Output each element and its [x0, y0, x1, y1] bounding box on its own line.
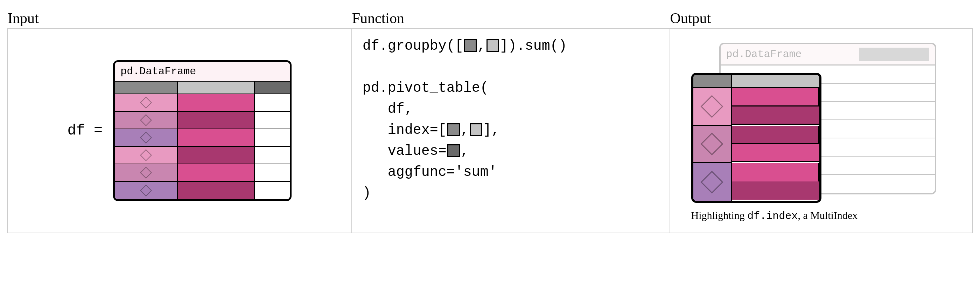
- index-level1-cell: [732, 88, 819, 107]
- caption-code: df.index: [747, 210, 798, 222]
- column-ref-icon-a: [447, 123, 460, 136]
- code-text: values=: [363, 143, 447, 159]
- index-header-a: [694, 75, 732, 88]
- table-row: [694, 126, 819, 163]
- df-assign-label: df =: [67, 122, 103, 139]
- diagram-container: Input df = pd.DataFrame: [7, 28, 973, 233]
- code-text: df,: [363, 101, 413, 117]
- diamond-icon: [140, 167, 152, 179]
- code-text: ],: [483, 122, 500, 138]
- function-code: df.groupby([,]).sum() pd.pivot_table( df…: [363, 36, 659, 204]
- col-header-b: [178, 81, 255, 94]
- index-level0-cell: [694, 88, 732, 126]
- output-df-type-label: pd.DataFrame: [721, 44, 935, 65]
- cell-index: [115, 129, 178, 147]
- output-multiindex: [691, 73, 821, 203]
- panel-output: Output pd.DataFrame: [670, 28, 974, 233]
- index-level0-cell: [694, 163, 732, 201]
- diamond-icon: [140, 97, 152, 108]
- input-df-type-label: pd.DataFrame: [115, 62, 290, 81]
- diamond-icon: [700, 171, 723, 193]
- cell-index: [115, 112, 178, 129]
- panel-output-title: Output: [670, 10, 711, 27]
- cell-value: [178, 164, 255, 182]
- ghost-title-text: pd.DataFrame: [726, 48, 802, 60]
- output-diagram: pd.DataFrame: [691, 43, 936, 204]
- column-ref-icon-a: [464, 39, 477, 52]
- table-row: [115, 94, 290, 112]
- column-ref-icon-c: [447, 144, 460, 157]
- output-header: [694, 75, 819, 88]
- index-level0-cell: [694, 126, 732, 163]
- panel-function: Function df.groupby([,]).sum() pd.pivot_…: [352, 28, 670, 233]
- cell-value: [255, 112, 290, 129]
- code-text: ): [363, 185, 371, 201]
- code-text: aggfunc='sum': [363, 164, 497, 180]
- code-text: ,: [461, 143, 469, 159]
- caption-text: Highlighting: [691, 209, 748, 221]
- col-header-c: [255, 81, 290, 94]
- cell-value: [255, 129, 290, 147]
- input-dataframe: pd.DataFrame: [113, 60, 291, 201]
- table-row: [115, 182, 290, 199]
- diamond-icon: [700, 132, 723, 155]
- diamond-icon: [140, 149, 152, 161]
- code-text: ,: [461, 122, 469, 138]
- index-level1-cell: [732, 126, 819, 144]
- output-caption: Highlighting df.index, a MultiIndex: [691, 209, 858, 222]
- panel-input: Input df = pd.DataFrame: [7, 28, 352, 233]
- column-ref-icon-b: [470, 123, 482, 136]
- input-df-header: [115, 81, 290, 94]
- cell-index: [115, 94, 178, 112]
- index-level1-cell: [732, 182, 819, 200]
- table-row: [115, 112, 290, 129]
- cell-index: [115, 164, 178, 182]
- cell-value: [255, 182, 290, 199]
- table-row: [694, 88, 819, 126]
- table-row: [694, 163, 819, 201]
- cell-value: [255, 147, 290, 164]
- code-text: index=[: [363, 122, 447, 138]
- index-level1-cell: [732, 144, 819, 162]
- table-row: [115, 147, 290, 164]
- code-text: ,: [477, 38, 486, 54]
- panel-function-title: Function: [352, 10, 404, 27]
- panel-input-title: Input: [8, 10, 39, 27]
- cell-value: [255, 164, 290, 182]
- cell-index: [115, 147, 178, 164]
- cell-index: [115, 182, 178, 199]
- code-text: df.groupby([: [363, 38, 463, 54]
- diamond-icon: [140, 114, 152, 126]
- cell-value: [178, 94, 255, 112]
- cell-value: [178, 129, 255, 147]
- index-level1-cell: [732, 163, 819, 182]
- cell-value: [178, 182, 255, 199]
- column-ref-icon-b: [487, 39, 499, 52]
- diamond-icon: [140, 132, 152, 144]
- ghost-header-placeholder: [859, 48, 929, 61]
- index-header-b: [732, 75, 819, 88]
- code-text: pd.pivot_table(: [363, 80, 488, 96]
- table-row: [115, 129, 290, 147]
- cell-value: [255, 94, 290, 112]
- cell-value: [178, 147, 255, 164]
- diamond-icon: [140, 185, 152, 196]
- col-header-a: [115, 81, 178, 94]
- index-level1-cell: [732, 107, 819, 125]
- diamond-icon: [700, 95, 723, 118]
- code-text: ]).sum(): [500, 38, 567, 54]
- caption-text: , a MultiIndex: [798, 209, 858, 221]
- table-row: [115, 164, 290, 182]
- cell-value: [178, 112, 255, 129]
